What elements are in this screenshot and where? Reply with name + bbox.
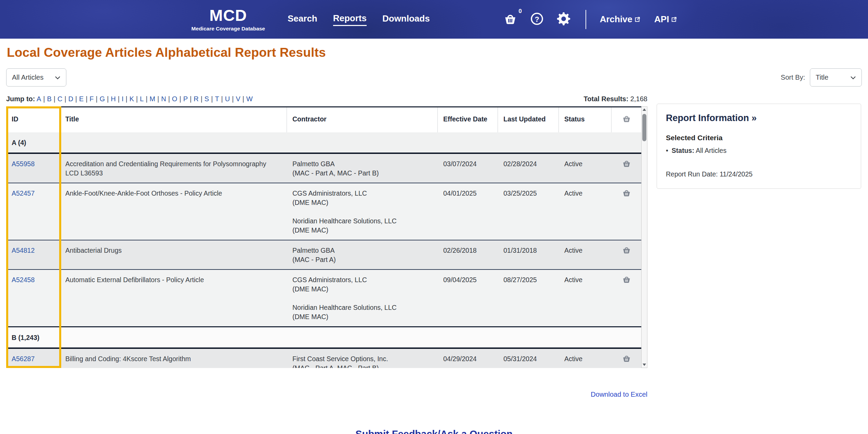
help-button[interactable]: ? bbox=[530, 12, 544, 27]
jump-letter-h[interactable]: H bbox=[111, 95, 116, 103]
jump-letter-l[interactable]: L bbox=[140, 95, 144, 103]
jump-letter-b[interactable]: B bbox=[47, 95, 51, 103]
report-information-panel: Report Information » Selected Criteria •… bbox=[657, 104, 861, 189]
main-nav: SearchReportsDownloads bbox=[288, 13, 430, 26]
archive-link[interactable]: Archive bbox=[600, 14, 640, 25]
article-row: A52457 Ankle-Foot/Knee-Ankle-Foot Orthos… bbox=[6, 183, 641, 240]
nav-item-downloads[interactable]: Downloads bbox=[382, 13, 430, 25]
jump-letter-k[interactable]: K bbox=[129, 95, 134, 103]
jump-letter-f[interactable]: F bbox=[90, 95, 94, 103]
jump-letter-c[interactable]: C bbox=[57, 95, 62, 103]
column-header-last-updated[interactable]: Last Updated bbox=[498, 107, 559, 132]
article-id-link[interactable]: A52458 bbox=[12, 276, 35, 284]
column-header-id[interactable]: ID bbox=[6, 107, 60, 132]
scrollbar-thumb[interactable] bbox=[642, 114, 646, 141]
article-id-link[interactable]: A52457 bbox=[12, 189, 35, 197]
jump-letter-g[interactable]: G bbox=[100, 95, 105, 103]
jump-letter-m[interactable]: M bbox=[149, 95, 155, 103]
mcd-logo-subtitle: Medicare Coverage Database bbox=[192, 26, 265, 32]
contractor: Noridian Healthcare Solutions, LLC(DME M… bbox=[292, 216, 432, 235]
jump-separator: | bbox=[188, 95, 194, 103]
jump-letter-n[interactable]: N bbox=[161, 95, 166, 103]
jump-letter-w[interactable]: W bbox=[246, 95, 253, 103]
column-header-basket[interactable] bbox=[611, 107, 641, 132]
add-to-basket-button[interactable] bbox=[611, 270, 641, 326]
jump-separator: | bbox=[177, 95, 183, 103]
add-to-basket-button[interactable] bbox=[611, 349, 641, 368]
submit-feedback-link[interactable]: Submit Feedback/Ask a Question bbox=[355, 429, 512, 434]
selected-criteria-heading: Selected Criteria bbox=[666, 134, 852, 142]
jump-separator: | bbox=[166, 95, 172, 103]
column-header-status[interactable]: Status bbox=[559, 107, 611, 132]
column-header-title[interactable]: Title bbox=[60, 107, 287, 132]
add-to-basket-button[interactable] bbox=[611, 240, 641, 269]
api-link[interactable]: API bbox=[654, 14, 676, 25]
jump-letter-e[interactable]: E bbox=[79, 95, 83, 103]
contractor: Palmetto GBA(MAC - Part A, MAC - Part B) bbox=[292, 159, 432, 178]
svg-text:?: ? bbox=[535, 15, 539, 24]
jump-to-nav: Jump to: A|B|C|D|E|F|G|H|I|K|L|M|N|O|P|R… bbox=[6, 95, 253, 103]
help-icon: ? bbox=[530, 12, 544, 27]
jump-letter-a[interactable]: A bbox=[37, 95, 41, 103]
jump-separator: | bbox=[84, 95, 90, 103]
header-divider bbox=[586, 10, 586, 29]
jump-letter-u[interactable]: U bbox=[225, 95, 230, 103]
basket-icon bbox=[622, 354, 631, 368]
archive-link-label: Archive bbox=[600, 14, 632, 25]
jump-letter-r[interactable]: R bbox=[194, 95, 198, 103]
column-header-contractor[interactable]: Contractor bbox=[287, 107, 438, 132]
article-id-link[interactable]: A55958 bbox=[12, 160, 35, 168]
last-updated: 01/31/2018 bbox=[498, 240, 559, 269]
jump-letter-v[interactable]: V bbox=[236, 95, 240, 103]
scroll-up-arrow[interactable] bbox=[643, 107, 646, 113]
sort-by-select[interactable]: Title bbox=[810, 68, 862, 87]
basket-button[interactable]: 0 bbox=[503, 13, 517, 26]
nav-item-reports[interactable]: Reports bbox=[333, 13, 367, 26]
external-link-icon bbox=[671, 14, 676, 25]
jump-letter-s[interactable]: S bbox=[205, 95, 209, 103]
article-id-link[interactable]: A56287 bbox=[12, 355, 35, 363]
contractor: CGS Administrators, LLC(DME MAC) bbox=[292, 275, 432, 294]
sort-by-label: Sort By: bbox=[781, 74, 805, 81]
jump-letter-o[interactable]: O bbox=[172, 95, 177, 103]
external-link-icon bbox=[634, 14, 640, 25]
add-to-basket-button[interactable] bbox=[611, 183, 641, 240]
section-row: A (4) bbox=[6, 132, 641, 154]
jump-separator: | bbox=[230, 95, 236, 103]
jump-to-label: Jump to: bbox=[6, 95, 35, 103]
report-information-title[interactable]: Report Information » bbox=[666, 113, 852, 123]
site-header: MCD Medicare Coverage Database SearchRep… bbox=[0, 0, 868, 39]
jump-separator: | bbox=[144, 95, 149, 103]
mcd-logo-title: MCD bbox=[209, 7, 247, 23]
basket-icon bbox=[503, 13, 517, 26]
column-header-effective-date[interactable]: Effective Date bbox=[438, 107, 498, 132]
download-to-excel-link[interactable]: Download to Excel bbox=[591, 391, 647, 398]
last-updated: 08/27/2025 bbox=[498, 270, 559, 326]
mcd-logo[interactable]: MCD Medicare Coverage Database bbox=[192, 7, 265, 32]
jump-letter-p[interactable]: P bbox=[183, 95, 188, 103]
api-link-label: API bbox=[654, 14, 669, 25]
page-title: Local Coverage Articles Alphabetical Rep… bbox=[7, 45, 862, 60]
section-label: B (1,243) bbox=[6, 327, 60, 347]
last-updated: 05/31/2024 bbox=[498, 349, 559, 368]
scroll-down-arrow[interactable] bbox=[643, 362, 646, 368]
table-scrollbar[interactable] bbox=[641, 106, 647, 368]
nav-item-search[interactable]: Search bbox=[288, 13, 317, 25]
add-to-basket-button[interactable] bbox=[611, 154, 641, 183]
criteria-item: •Status: All Articles bbox=[666, 147, 852, 155]
contractor: CGS Administrators, LLC(DME MAC) bbox=[292, 189, 432, 207]
jump-separator: | bbox=[41, 95, 47, 103]
status-value: Active bbox=[559, 349, 611, 368]
article-title: Accreditation and Credentialing Requirem… bbox=[60, 154, 287, 183]
jump-separator: | bbox=[94, 95, 100, 103]
last-updated: 03/25/2025 bbox=[498, 183, 559, 240]
jump-letter-d[interactable]: D bbox=[68, 95, 73, 103]
settings-button[interactable] bbox=[557, 12, 570, 27]
jump-letter-t[interactable]: T bbox=[215, 95, 219, 103]
article-status-value: All Articles bbox=[12, 74, 43, 81]
jump-separator: | bbox=[240, 95, 246, 103]
article-id-link[interactable]: A54812 bbox=[12, 247, 35, 254]
total-results-label: Total Results: bbox=[584, 95, 629, 103]
article-status-select[interactable]: All Articles bbox=[6, 68, 66, 87]
jump-separator: | bbox=[134, 95, 140, 103]
